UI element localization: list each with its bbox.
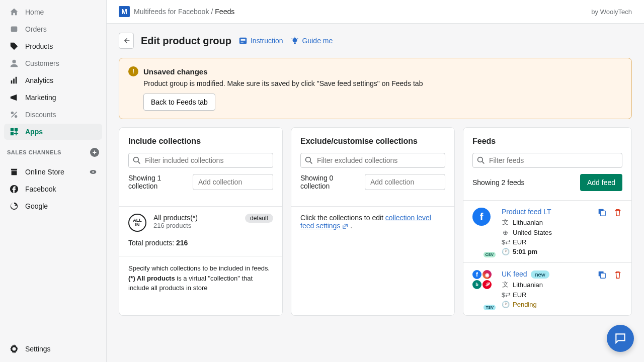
delete-button[interactable]	[613, 270, 622, 279]
feeds-filter-input[interactable]	[489, 156, 618, 164]
format-tag: TSV	[484, 305, 496, 310]
exclude-filter[interactable]	[300, 153, 445, 168]
label: Facebook	[25, 185, 56, 193]
label: Apps	[25, 128, 43, 136]
svg-rect-2	[11, 80, 13, 83]
instagram-icon: ◉	[482, 270, 492, 279]
page-header: Edit product group Instruction Guide me	[107, 24, 644, 58]
add-channel-button[interactable]: +	[90, 148, 99, 157]
include-filter-input[interactable]	[145, 156, 269, 164]
nav-marketing[interactable]: Marketing	[4, 89, 102, 106]
svg-point-1	[12, 60, 16, 63]
add-feed-button[interactable]: Add feed	[580, 174, 622, 191]
products-icon	[9, 41, 19, 51]
feed-name-link[interactable]: Product feed LT	[502, 208, 551, 216]
back-button[interactable]	[119, 33, 134, 49]
svg-point-17	[134, 157, 139, 162]
channel-online-store[interactable]: Online Store	[4, 164, 102, 180]
channel-facebook[interactable]: Facebook	[4, 181, 102, 197]
nav-settings[interactable]: Settings	[4, 341, 102, 357]
include-showing: Showing 1 collection	[128, 174, 189, 190]
copy-button[interactable]	[597, 208, 606, 217]
svg-rect-8	[15, 128, 18, 131]
bing-icon: b	[472, 280, 481, 289]
svg-rect-16	[294, 43, 296, 44]
feeds-showing: Showing 2 feeds	[472, 178, 525, 187]
exclude-add-input[interactable]	[365, 174, 445, 190]
pinterest-icon: 𝒫	[482, 280, 492, 289]
help-fab[interactable]	[607, 325, 634, 352]
google-icon	[9, 201, 19, 211]
total-products: Total products: 216	[119, 239, 282, 256]
customers-icon	[9, 58, 19, 68]
feeds-title: Feeds	[463, 128, 631, 153]
svg-rect-23	[600, 273, 605, 278]
nav-apps[interactable]: Apps	[4, 124, 102, 140]
by-line: by WoolyTech	[591, 8, 632, 16]
format-tag: CSV	[484, 252, 496, 257]
currency-icon: $⇄	[502, 238, 509, 246]
svg-point-19	[478, 157, 483, 162]
nav-discounts[interactable]: Discounts	[4, 107, 102, 123]
nav-products[interactable]: Products	[4, 38, 102, 54]
label: Orders	[25, 25, 47, 33]
search-icon	[133, 156, 141, 164]
collection-item[interactable]: ALLIN All products(*) 216 products defau…	[119, 207, 282, 239]
svg-rect-7	[11, 128, 14, 131]
svg-point-18	[306, 157, 311, 162]
include-title: Include collections	[119, 128, 282, 153]
home-icon	[9, 7, 19, 17]
feed-channel-icons: f CSV	[472, 208, 495, 255]
channel-google[interactable]: Google	[4, 198, 102, 214]
exclude-help: Click the collections to edit collection…	[291, 207, 454, 239]
eye-icon[interactable]	[89, 168, 97, 176]
guide-link[interactable]: Guide me	[290, 36, 333, 45]
marketing-icon	[9, 93, 19, 103]
breadcrumb-app[interactable]: Multifeeds for Facebook	[134, 8, 209, 16]
delete-button[interactable]	[613, 208, 622, 217]
feeds-filter[interactable]	[472, 153, 622, 168]
include-add-input[interactable]	[193, 174, 273, 190]
feeds-card: Feeds Showing 2 feeds Add feed f CSV	[463, 127, 632, 316]
nav-analytics[interactable]: Analytics	[4, 72, 102, 88]
topbar: M Multifeeds for Facebook / Feeds by Woo…	[107, 0, 644, 24]
svg-point-6	[15, 115, 17, 118]
globe-icon: ⊕	[502, 229, 509, 236]
banner-body: Product group is modified. Make sure its…	[143, 79, 622, 87]
exclude-title: Exclude/customise collections	[291, 128, 454, 153]
label: Settings	[25, 345, 51, 353]
nav-customers[interactable]: Customers	[4, 55, 102, 71]
feed-item-1: f ◉ b 𝒫 TSV UK feed new 文Lithuanian $⇄EU…	[463, 262, 631, 315]
search-icon	[305, 156, 313, 164]
label: Discounts	[25, 111, 56, 119]
svg-rect-4	[16, 77, 17, 84]
include-filter[interactable]	[128, 153, 273, 168]
copy-button[interactable]	[597, 270, 606, 279]
sidebar: Home Orders Products Customers Analytics…	[0, 0, 107, 362]
nav-home[interactable]: Home	[4, 4, 102, 20]
svg-point-15	[292, 38, 297, 43]
external-link-icon	[342, 223, 348, 229]
chat-icon	[614, 332, 627, 345]
nav-orders[interactable]: Orders	[4, 21, 102, 37]
label: Analytics	[25, 76, 53, 84]
unsaved-changes-banner: ! Unsaved changes Product group is modif…	[119, 58, 632, 119]
orders-icon	[9, 24, 19, 34]
instruction-link[interactable]: Instruction	[238, 36, 283, 45]
page-title: Edit product group	[141, 35, 231, 47]
search-icon	[477, 156, 485, 164]
store-icon	[9, 167, 19, 177]
analytics-icon	[9, 75, 19, 85]
gear-icon	[9, 344, 19, 354]
clock-icon: 🕐	[502, 248, 509, 255]
facebook-icon: f	[472, 270, 481, 279]
exclude-showing: Showing 0 collection	[300, 174, 361, 190]
back-to-feeds-button[interactable]: Back to Feeds tab	[143, 94, 215, 111]
language-icon: 文	[502, 218, 509, 227]
facebook-icon	[9, 184, 19, 194]
lightbulb-icon	[290, 36, 299, 45]
exclude-filter-input[interactable]	[317, 156, 441, 164]
include-help: Specify which collections to be included…	[119, 256, 282, 302]
feed-name-link[interactable]: UK feed	[502, 270, 527, 278]
default-badge: default	[245, 214, 273, 223]
